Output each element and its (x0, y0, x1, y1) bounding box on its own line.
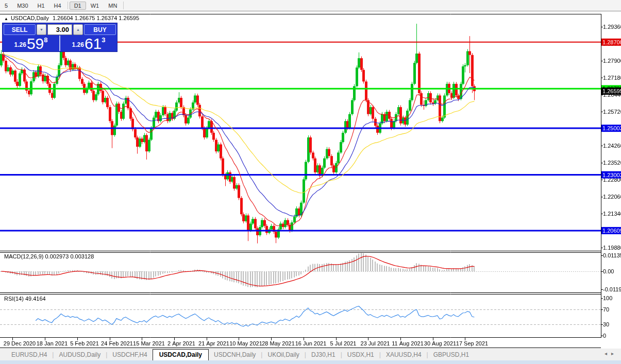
toolbar-separator (123, 2, 124, 9)
tab-ukoil[interactable]: UKOil,Daily (262, 350, 304, 359)
timeframe-h1[interactable]: H1 (33, 2, 49, 10)
tab-gbpusd[interactable]: GBPUSD,H1 (428, 350, 474, 359)
timeframe-m30[interactable]: M30 (12, 2, 32, 10)
tab-usdx[interactable]: USDX,H1 (342, 350, 379, 359)
tab-usdcnh[interactable]: USDCNH,Daily (209, 350, 261, 359)
tab-xauusd[interactable]: XAUUSD,H4 (381, 350, 427, 359)
volume-decrease-button[interactable]: ▼ (37, 24, 46, 35)
one-click-trade-panel: SELL ▼ 3.00 ▲ BUY 1.26 59 8 1.26 61 3 (2, 23, 118, 52)
timeframe-d1[interactable]: D1 (70, 2, 86, 10)
sell-price-big: 59 (27, 37, 44, 50)
trade-panel-prices: 1.26 59 8 1.26 61 3 (3, 36, 117, 51)
volume-increase-button[interactable]: ▲ (73, 24, 83, 35)
buy-price-pip: 3 (102, 36, 105, 44)
chart-symbol-period: USDCAD,Daily (11, 15, 49, 21)
sell-button[interactable]: SELL (4, 24, 36, 35)
tab-usdchf[interactable]: USDCHF,H4 (107, 350, 152, 359)
chevron-up-icon: ▲ (76, 28, 80, 31)
collapse-trade-panel-icon[interactable]: ▲ (4, 16, 8, 21)
timeframe-5[interactable]: 5 (0, 2, 12, 10)
status-strip (0, 360, 621, 364)
chevron-down-icon: ▼ (40, 28, 43, 31)
volume-input[interactable]: 3.00 (47, 24, 72, 35)
tab-usdcad[interactable]: USDCAD,Daily (153, 349, 209, 360)
sell-price-pip: 8 (44, 36, 47, 44)
tab-scroll-nav: ◂▸ (605, 351, 618, 356)
timeframe-toolbar: 5M30H1H4D1W1MN (0, 0, 621, 11)
buy-price-big: 61 (85, 37, 102, 50)
tab-audusd[interactable]: AUDUSD,Daily (54, 350, 106, 359)
symbol-tab-bar: EURUSD,H4|AUDUSD,Daily|USDCHF,H4USDCAD,D… (0, 349, 621, 360)
tab-scroll-left-icon[interactable]: ◂ (605, 351, 611, 356)
sell-price[interactable]: 1.26 59 8 (3, 36, 59, 51)
timeframe-mn[interactable]: MN (104, 2, 122, 10)
tab-eurusd[interactable]: EURUSD,H4 (6, 350, 52, 359)
chart-area[interactable] (0, 11, 621, 349)
tab-dj30[interactable]: DJ30,H1 (306, 350, 341, 359)
chart-ohlc-info: ▲USDCAD,Daily1.26604 1.26675 1.26374 1.2… (4, 15, 139, 21)
trade-panel-controls: SELL ▼ 3.00 ▲ BUY (3, 23, 117, 36)
buy-price[interactable]: 1.26 61 3 (60, 36, 117, 51)
buy-button[interactable]: BUY (84, 24, 116, 35)
toolbar-separator (68, 2, 68, 9)
rsi-indicator-label: RSI(14) 49.4164 (4, 296, 46, 302)
chart-canvas[interactable] (0, 11, 621, 349)
macd-indicator-label: MACD(12,26,9) 0.002973 0.003128 (4, 253, 94, 259)
timeframe-w1[interactable]: W1 (86, 2, 104, 10)
timeframe-h4[interactable]: H4 (49, 2, 66, 10)
tab-scroll-right-icon[interactable]: ▸ (611, 351, 618, 356)
buy-price-prefix: 1.26 (72, 41, 84, 48)
chart-ohlc-values: 1.26604 1.26675 1.26374 1.26595 (53, 15, 139, 21)
sell-price-prefix: 1.26 (14, 41, 26, 48)
